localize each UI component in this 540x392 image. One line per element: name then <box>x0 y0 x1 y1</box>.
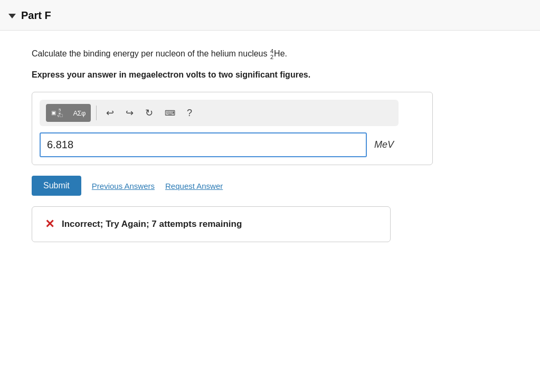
redo-button[interactable]: ↪ <box>121 105 138 121</box>
alpha-sigma-phi-button[interactable]: ΑΣφ <box>68 104 91 122</box>
content-area: Calculate the binding energy per nucleon… <box>0 31 540 263</box>
instruction-text: Express your answer in megaelectron volt… <box>32 69 508 81</box>
nuclide-notation: 4 2 <box>270 49 273 60</box>
error-icon: ✕ <box>45 217 54 231</box>
previous-answers-button[interactable]: Previous Answers <box>92 181 155 190</box>
part-title: Part F <box>21 9 51 22</box>
answer-row: MeV <box>40 132 425 157</box>
math-toolbar: ▣ 5 √□ ΑΣφ ↩ ↪ <box>40 100 399 126</box>
feedback-box: ✕ Incorrect; Try Again; 7 attempts remai… <box>32 206 391 242</box>
part-header: Part F <box>0 0 540 31</box>
help-button[interactable]: ? <box>183 106 196 121</box>
request-answer-button[interactable]: Request Answer <box>165 181 223 190</box>
toolbar-separator <box>96 106 97 120</box>
question-text: Calculate the binding energy per nucleon… <box>32 47 508 60</box>
submit-button[interactable]: Submit <box>32 176 81 196</box>
feedback-text: Incorrect; Try Again; 7 attempts remaini… <box>62 219 242 230</box>
keyboard-button[interactable]: ⌨ <box>160 107 179 119</box>
undo-button[interactable]: ↩ <box>102 105 118 121</box>
math-template-button[interactable]: ▣ 5 √□ <box>46 104 68 122</box>
math-buttons-group: ▣ 5 √□ ΑΣφ <box>46 104 91 122</box>
input-box-container: ▣ 5 √□ ΑΣφ ↩ ↪ <box>32 92 433 165</box>
unit-label: MeV <box>374 139 394 150</box>
answer-input[interactable] <box>40 132 367 157</box>
collapse-chevron-icon[interactable] <box>8 14 16 18</box>
actions-row: Submit Previous Answers Request Answer <box>32 176 508 196</box>
refresh-button[interactable]: ↻ <box>141 105 157 121</box>
